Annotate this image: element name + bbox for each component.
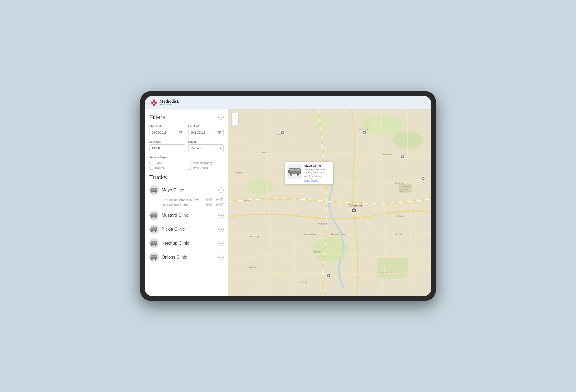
svg-rect-39	[154, 242, 157, 243]
zoom-out-button[interactable]: −	[232, 113, 238, 119]
mammography-label: Mammography	[193, 161, 213, 165]
blood-checkbox[interactable]	[149, 161, 153, 165]
mustard-expand-button[interactable]	[218, 213, 224, 218]
mayo-locations: 2142 Hidden Branches Drive 43068 🗺 📋 588…	[149, 197, 224, 207]
svg-rect-46	[221, 242, 221, 245]
svg-text:Whitehall: Whitehall	[395, 233, 402, 235]
svg-rect-48	[151, 256, 154, 257]
svg-point-52	[152, 259, 152, 259]
filters-collapse-button[interactable]	[218, 115, 224, 120]
svg-rect-36	[221, 228, 221, 231]
svg-point-22	[152, 217, 152, 218]
truck-item-pickle: Pickle Clinic	[149, 223, 224, 235]
svg-rect-30	[150, 229, 151, 230]
svg-point-96	[402, 156, 403, 158]
svg-text:Amlin: Amlin	[244, 199, 249, 202]
logo-area: Methodist. Healthcare	[150, 99, 179, 106]
truck-icon-mayo	[149, 185, 159, 195]
map-background: Columbus Worthington Gahanna Hilliard Am…	[228, 109, 431, 296]
svg-rect-63	[313, 115, 333, 130]
truck-header-mayo: Mayo Clinic	[149, 184, 224, 196]
start-date-value: 09/09/2015	[152, 131, 166, 134]
svg-text:Hilliard: Hilliard	[236, 172, 243, 174]
mayo-collapse-button[interactable]	[218, 187, 224, 193]
svg-rect-56	[221, 256, 221, 259]
radius-select[interactable]: 25 miles ▾	[188, 144, 224, 152]
svg-rect-40	[150, 243, 151, 244]
truck-icon-ketchup	[149, 238, 159, 248]
svg-rect-50	[150, 257, 151, 258]
svg-rect-11	[150, 190, 151, 191]
truck-header-mustard: Mustard Clinic	[149, 209, 224, 221]
wellcheck-label: Well Check	[193, 166, 208, 169]
location-actions-2: 🗺 📋	[216, 203, 224, 206]
end-date-label: End Date	[188, 124, 224, 128]
svg-rect-26	[221, 214, 221, 217]
popup-more-details-link[interactable]: More Details	[304, 179, 331, 181]
svg-text:Bexley: Bexley	[397, 215, 403, 217]
brand-sub: Healthcare	[159, 104, 179, 106]
map-area[interactable]: Columbus Worthington Gahanna Hilliard Am…	[228, 109, 431, 296]
svg-rect-29	[154, 228, 157, 229]
start-date-input[interactable]: 09/09/2015 📅	[149, 129, 185, 136]
end-date-input[interactable]: 09/11/2015 📅	[188, 129, 224, 136]
svg-rect-9	[151, 188, 154, 190]
truck-item-onions: Onions Clinic	[149, 251, 224, 263]
zip-code-label: Zip Code	[149, 140, 185, 143]
ketchup-clinic-name: Ketchup Clinic	[162, 241, 216, 246]
location-row-2: 5884 Ivy Trees Lane 43068 🗺 📋	[162, 202, 224, 207]
svg-text:Marble Cliff: Marble Cliff	[318, 223, 327, 225]
main-content: Filters Start Date 09/09/2015 📅	[145, 109, 431, 296]
svg-rect-7	[220, 117, 222, 117]
blood-label: Blood	[155, 161, 162, 165]
svg-point-42	[152, 245, 152, 245]
location-doc-icon-1[interactable]: 📋	[220, 198, 224, 201]
radius-group: Radius 25 miles ▾	[188, 140, 224, 152]
popup-title: Mayo Clinic	[304, 164, 331, 167]
svg-rect-16	[220, 190, 222, 190]
pickle-clinic-name: Pickle Clinic	[162, 227, 216, 232]
filters-header: Filters	[149, 114, 224, 121]
svg-rect-49	[154, 256, 157, 257]
zip-radius-row: Zip Code 43068 Radius 25 miles ▾	[149, 140, 224, 152]
wellcheck-checkbox[interactable]	[188, 166, 191, 170]
svg-text:Port Columbus: Port Columbus	[400, 185, 410, 187]
mammography-checkbox[interactable]	[188, 161, 191, 165]
svg-point-105	[291, 174, 291, 175]
svg-rect-18	[151, 214, 154, 215]
ketchup-expand-button[interactable]	[218, 241, 224, 246]
pickle-expand-button[interactable]	[218, 227, 224, 232]
location-map-icon-2[interactable]: 🗺	[216, 203, 219, 206]
start-date-group: Start Date 09/09/2015 📅	[149, 124, 185, 136]
svg-point-86	[363, 132, 365, 133]
truck-icon-onions	[149, 252, 159, 262]
zoom-in-button[interactable]: +	[232, 119, 238, 125]
svg-rect-38	[151, 242, 154, 243]
zip-code-input[interactable]: 43068	[149, 144, 185, 152]
svg-rect-103	[300, 171, 301, 173]
svg-text:Worthington: Worthington	[359, 128, 370, 130]
trauma-checkbox[interactable]	[149, 166, 153, 170]
map-popup: Mayo Clinic 5884 Ivy Tree Lane Dublin, O…	[285, 162, 333, 184]
truck-item-mustard: Mustard Clinic	[149, 209, 224, 221]
header: Methodist. Healthcare	[145, 96, 431, 109]
radius-label: Radius	[188, 140, 224, 143]
svg-point-90	[328, 275, 329, 276]
trauma-label: Trauma	[155, 166, 165, 169]
popup-phone: (614) 567-1234	[304, 175, 331, 178]
svg-text:Galloway: Galloway	[249, 266, 258, 268]
truck-item-ketchup: Ketchup Clinic	[149, 237, 224, 249]
location-doc-icon-2[interactable]: 📋	[220, 203, 224, 206]
chevron-down-icon: ▾	[220, 147, 221, 150]
svg-text:New Darby: New Darby	[249, 235, 259, 238]
truck-header-onions: Onions Clinic	[149, 251, 224, 263]
calendar-icon-2: 📅	[217, 131, 221, 134]
onions-expand-button[interactable]	[218, 255, 224, 260]
svg-point-24	[155, 217, 156, 218]
svg-text:Airport: Airport	[400, 190, 404, 192]
location-zip-2: 43068	[205, 203, 213, 206]
svg-text:Columbus: Columbus	[349, 204, 362, 207]
tablet-screen: Methodist. Healthcare Filters	[145, 96, 431, 296]
location-map-icon-1[interactable]: 🗺	[216, 198, 219, 201]
truck-header-ketchup: Ketchup Clinic	[149, 237, 224, 249]
